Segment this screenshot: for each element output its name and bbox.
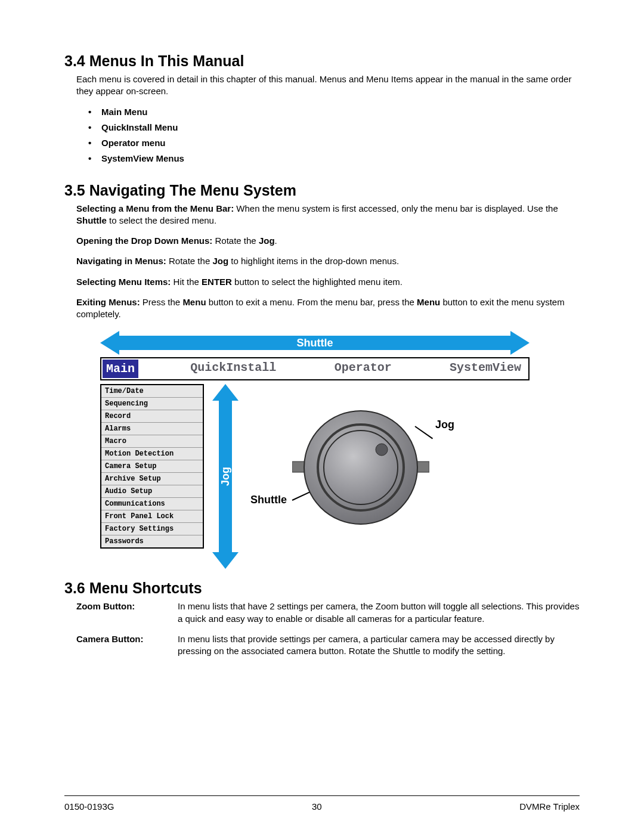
- dropdown-item: Front Panel Lock: [101, 510, 203, 523]
- svg-point-4: [324, 431, 398, 504]
- heading-3-4: 3.4 Menus In This Manual: [64, 52, 580, 70]
- bullet-item: SystemView Menus: [88, 153, 580, 165]
- label-bold: Selecting a Menu from the Menu Bar:: [76, 203, 234, 213]
- label-bold: Exiting Menus:: [76, 297, 140, 307]
- dropdown-item: Passwords: [101, 535, 203, 547]
- shortcut-camera: Camera Button: In menu lists that provid…: [76, 633, 580, 658]
- dropdown-item: Archive Setup: [101, 473, 203, 485]
- shortcut-zoom: Zoom Button: In menu lists that have 2 s…: [76, 600, 580, 625]
- navigating-para: Navigating in Menus: Rotate the Jog to h…: [76, 255, 580, 267]
- dropdown-item: Sequencing: [101, 398, 203, 410]
- section34-bullets: Main Menu QuickInstall Menu Operator men…: [88, 106, 580, 165]
- footer-product: DVMRe Triplex: [519, 801, 580, 812]
- exiting-para: Exiting Menus: Press the Menu button to …: [76, 296, 580, 321]
- dropdown-item: Time/Date: [101, 385, 203, 398]
- page-footer: 0150-0193G 30 DVMRe Triplex: [64, 801, 580, 812]
- arrow-right-icon: [510, 331, 530, 355]
- open-dropdown-para: Opening the Drop Down Menus: Rotate the …: [76, 235, 580, 247]
- dropdown-item: Camera Setup: [101, 460, 203, 473]
- footer-docnum: 0150-0193G: [64, 801, 114, 812]
- dropdown-item: Factory Settings: [101, 523, 203, 535]
- arrow-up-icon: [212, 384, 239, 401]
- shuttle-horizontal-arrow: Shuttle: [100, 331, 530, 355]
- footer-rule: [64, 795, 580, 796]
- tab-quickinstall: QuickInstall: [183, 358, 283, 379]
- navigation-diagram: Shuttle Main QuickInstall Operator Syste…: [100, 331, 530, 569]
- jog-shuttle-dial: Jog Shuttle: [239, 384, 501, 563]
- dial-jog-label: Jog: [435, 419, 454, 431]
- tab-operator: Operator: [327, 358, 399, 379]
- menu-bar: Main QuickInstall Operator SystemView: [100, 357, 530, 380]
- label-bold: Opening the Drop Down Menus:: [76, 236, 212, 246]
- arrow-down-icon: [212, 552, 239, 569]
- selecting-para: Selecting Menu Items: Hit the ENTER butt…: [76, 276, 580, 288]
- dropdown-item: Audio Setup: [101, 485, 203, 498]
- bullet-item: Main Menu: [88, 106, 580, 118]
- dropdown-item: Alarms: [101, 423, 203, 435]
- bullet-item: Operator menu: [88, 137, 580, 149]
- dropdown-item: Record: [101, 410, 203, 423]
- label-bold: Navigating in Menus:: [76, 256, 166, 266]
- footer-pagenum: 30: [312, 801, 322, 812]
- dropdown-item: Motion Detection: [101, 448, 203, 460]
- dial-icon: [292, 408, 429, 527]
- shuttle-h-label: Shuttle: [100, 336, 530, 350]
- main-dropdown: Time/Date Sequencing Record Alarms Macro…: [100, 384, 204, 549]
- bullet-item: QuickInstall Menu: [88, 122, 580, 134]
- tab-main: Main: [103, 360, 138, 378]
- shortcut-label: Camera Button:: [76, 633, 178, 658]
- shortcut-label: Zoom Button:: [76, 600, 178, 625]
- jog-v-label: Jog: [219, 467, 232, 486]
- jog-vertical-arrow: Jog: [212, 384, 239, 569]
- tab-systemview: SystemView: [442, 358, 528, 379]
- svg-point-5: [376, 444, 388, 456]
- heading-3-5: 3.5 Navigating The Menu System: [64, 182, 580, 199]
- shortcut-desc: In menu lists that provide settings per …: [178, 633, 580, 658]
- heading-3-6: 3.6 Menu Shortcuts: [64, 580, 580, 597]
- select-menu-para: Selecting a Menu from the Menu Bar: When…: [76, 203, 580, 227]
- dropdown-item: Communications: [101, 498, 203, 510]
- label-bold: Selecting Menu Items:: [76, 277, 171, 287]
- section34-intro: Each menu is covered in detail in this c…: [76, 73, 580, 98]
- dial-shuttle-label: Shuttle: [250, 494, 287, 506]
- dropdown-item: Macro: [101, 435, 203, 448]
- shortcut-desc: In menu lists that have 2 settings per c…: [178, 600, 580, 625]
